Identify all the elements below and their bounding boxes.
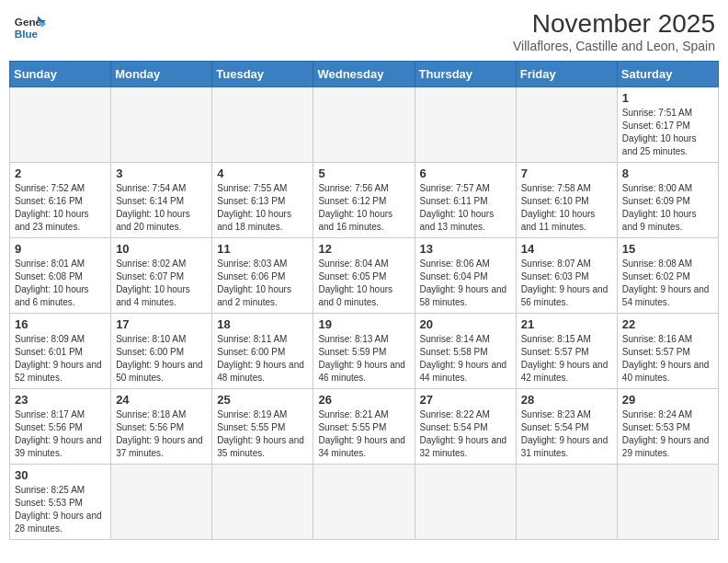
day-info: Sunrise: 7:55 AM Sunset: 6:13 PM Dayligh… <box>217 182 308 234</box>
calendar-day-cell: 1Sunrise: 7:51 AM Sunset: 6:17 PM Daylig… <box>617 87 718 163</box>
day-info: Sunrise: 8:13 AM Sunset: 5:59 PM Dayligh… <box>318 333 409 385</box>
calendar-day-cell: 12Sunrise: 8:04 AM Sunset: 6:05 PM Dayli… <box>313 238 415 314</box>
calendar-week-row: 16Sunrise: 8:09 AM Sunset: 6:01 PM Dayli… <box>10 314 719 389</box>
calendar-week-row: 1Sunrise: 7:51 AM Sunset: 6:17 PM Daylig… <box>10 87 719 163</box>
calendar-week-row: 2Sunrise: 7:52 AM Sunset: 6:16 PM Daylig… <box>10 163 719 238</box>
day-info: Sunrise: 7:56 AM Sunset: 6:12 PM Dayligh… <box>318 182 409 234</box>
weekday-header: Saturday <box>617 62 718 87</box>
calendar-day-cell: 2Sunrise: 7:52 AM Sunset: 6:16 PM Daylig… <box>10 163 111 238</box>
weekday-header: Thursday <box>415 62 516 87</box>
day-number: 22 <box>622 317 713 331</box>
day-info: Sunrise: 8:03 AM Sunset: 6:06 PM Dayligh… <box>217 258 308 309</box>
location: Villaflores, Castille and Leon, Spain <box>513 39 715 53</box>
day-number: 17 <box>116 317 207 331</box>
calendar-week-row: 23Sunrise: 8:17 AM Sunset: 5:56 PM Dayli… <box>10 389 719 465</box>
calendar-day-cell <box>111 465 212 540</box>
day-info: Sunrise: 8:19 AM Sunset: 5:55 PM Dayligh… <box>217 408 308 460</box>
day-number: 30 <box>15 468 106 482</box>
day-number: 20 <box>420 317 511 331</box>
day-info: Sunrise: 8:24 AM Sunset: 5:53 PM Dayligh… <box>622 408 713 460</box>
calendar-day-cell <box>415 465 516 540</box>
day-info: Sunrise: 8:09 AM Sunset: 6:01 PM Dayligh… <box>15 333 106 385</box>
calendar-day-cell: 11Sunrise: 8:03 AM Sunset: 6:06 PM Dayli… <box>212 238 313 314</box>
day-info: Sunrise: 8:18 AM Sunset: 5:56 PM Dayligh… <box>116 408 207 460</box>
day-number: 12 <box>318 242 409 256</box>
weekday-header: Monday <box>111 62 212 87</box>
calendar-day-cell <box>212 465 313 540</box>
calendar-day-cell: 20Sunrise: 8:14 AM Sunset: 5:58 PM Dayli… <box>415 314 516 389</box>
calendar-day-cell: 5Sunrise: 7:56 AM Sunset: 6:12 PM Daylig… <box>313 163 415 238</box>
calendar-day-cell: 22Sunrise: 8:16 AM Sunset: 5:57 PM Dayli… <box>617 314 718 389</box>
calendar-day-cell: 8Sunrise: 8:00 AM Sunset: 6:09 PM Daylig… <box>617 163 718 238</box>
day-number: 1 <box>622 91 713 105</box>
day-number: 26 <box>318 393 409 407</box>
day-info: Sunrise: 8:01 AM Sunset: 6:08 PM Dayligh… <box>15 258 106 309</box>
calendar-day-cell: 26Sunrise: 8:21 AM Sunset: 5:55 PM Dayli… <box>313 389 415 465</box>
calendar-day-cell: 6Sunrise: 7:57 AM Sunset: 6:11 PM Daylig… <box>415 163 516 238</box>
day-info: Sunrise: 8:11 AM Sunset: 6:00 PM Dayligh… <box>217 333 308 385</box>
calendar-day-cell <box>516 87 617 163</box>
day-info: Sunrise: 8:17 AM Sunset: 5:56 PM Dayligh… <box>15 408 106 460</box>
day-number: 25 <box>217 393 308 407</box>
calendar-day-cell <box>617 465 718 540</box>
calendar-day-cell <box>516 465 617 540</box>
day-number: 4 <box>217 167 308 180</box>
day-info: Sunrise: 8:23 AM Sunset: 5:54 PM Dayligh… <box>521 408 612 460</box>
day-info: Sunrise: 7:51 AM Sunset: 6:17 PM Dayligh… <box>622 107 713 158</box>
day-number: 23 <box>15 393 106 407</box>
logo: General Blue <box>13 9 46 42</box>
day-number: 28 <box>521 393 612 407</box>
day-info: Sunrise: 8:21 AM Sunset: 5:55 PM Dayligh… <box>318 408 409 460</box>
calendar-day-cell: 13Sunrise: 8:06 AM Sunset: 6:04 PM Dayli… <box>415 238 516 314</box>
calendar-day-cell: 21Sunrise: 8:15 AM Sunset: 5:57 PM Dayli… <box>516 314 617 389</box>
weekday-header: Wednesday <box>313 62 415 87</box>
day-number: 3 <box>116 167 207 180</box>
day-number: 14 <box>521 242 612 256</box>
day-info: Sunrise: 7:52 AM Sunset: 6:16 PM Dayligh… <box>15 182 106 234</box>
day-info: Sunrise: 8:02 AM Sunset: 6:07 PM Dayligh… <box>116 258 207 309</box>
calendar-day-cell: 7Sunrise: 7:58 AM Sunset: 6:10 PM Daylig… <box>516 163 617 238</box>
day-info: Sunrise: 8:07 AM Sunset: 6:03 PM Dayligh… <box>521 258 612 309</box>
calendar-day-cell: 24Sunrise: 8:18 AM Sunset: 5:56 PM Dayli… <box>111 389 212 465</box>
day-number: 11 <box>217 242 308 256</box>
calendar-day-cell: 14Sunrise: 8:07 AM Sunset: 6:03 PM Dayli… <box>516 238 617 314</box>
calendar-day-cell: 3Sunrise: 7:54 AM Sunset: 6:14 PM Daylig… <box>111 163 212 238</box>
calendar-table: SundayMondayTuesdayWednesdayThursdayFrid… <box>9 61 719 540</box>
day-info: Sunrise: 8:06 AM Sunset: 6:04 PM Dayligh… <box>420 258 511 309</box>
weekday-header: Tuesday <box>212 62 313 87</box>
month-title: November 2025 <box>513 9 715 39</box>
calendar-day-cell: 17Sunrise: 8:10 AM Sunset: 6:00 PM Dayli… <box>111 314 212 389</box>
calendar-day-cell <box>313 87 415 163</box>
day-number: 8 <box>622 167 713 180</box>
day-info: Sunrise: 7:57 AM Sunset: 6:11 PM Dayligh… <box>420 182 511 234</box>
calendar-day-cell: 23Sunrise: 8:17 AM Sunset: 5:56 PM Dayli… <box>10 389 111 465</box>
calendar-day-cell <box>313 465 415 540</box>
day-info: Sunrise: 8:22 AM Sunset: 5:54 PM Dayligh… <box>420 408 511 460</box>
weekday-header: Sunday <box>10 62 111 87</box>
day-info: Sunrise: 8:00 AM Sunset: 6:09 PM Dayligh… <box>622 182 713 234</box>
day-info: Sunrise: 7:54 AM Sunset: 6:14 PM Dayligh… <box>116 182 207 234</box>
calendar-day-cell: 16Sunrise: 8:09 AM Sunset: 6:01 PM Dayli… <box>10 314 111 389</box>
logo-icon: General Blue <box>13 9 46 42</box>
calendar-day-cell: 30Sunrise: 8:25 AM Sunset: 5:53 PM Dayli… <box>10 465 111 540</box>
calendar-day-cell: 4Sunrise: 7:55 AM Sunset: 6:13 PM Daylig… <box>212 163 313 238</box>
calendar-day-cell: 19Sunrise: 8:13 AM Sunset: 5:59 PM Dayli… <box>313 314 415 389</box>
calendar-day-cell: 10Sunrise: 8:02 AM Sunset: 6:07 PM Dayli… <box>111 238 212 314</box>
day-info: Sunrise: 7:58 AM Sunset: 6:10 PM Dayligh… <box>521 182 612 234</box>
calendar-day-cell: 25Sunrise: 8:19 AM Sunset: 5:55 PM Dayli… <box>212 389 313 465</box>
calendar-day-cell: 29Sunrise: 8:24 AM Sunset: 5:53 PM Dayli… <box>617 389 718 465</box>
day-number: 21 <box>521 317 612 331</box>
day-number: 6 <box>420 167 511 180</box>
svg-text:Blue: Blue <box>15 28 39 40</box>
day-number: 5 <box>318 167 409 180</box>
day-number: 2 <box>15 167 106 180</box>
day-info: Sunrise: 8:04 AM Sunset: 6:05 PM Dayligh… <box>318 258 409 309</box>
calendar-day-cell <box>10 87 111 163</box>
day-number: 7 <box>521 167 612 180</box>
day-number: 29 <box>622 393 713 407</box>
calendar-day-cell <box>415 87 516 163</box>
calendar-day-cell: 27Sunrise: 8:22 AM Sunset: 5:54 PM Dayli… <box>415 389 516 465</box>
day-info: Sunrise: 8:14 AM Sunset: 5:58 PM Dayligh… <box>420 333 511 385</box>
calendar-day-cell: 15Sunrise: 8:08 AM Sunset: 6:02 PM Dayli… <box>617 238 718 314</box>
day-info: Sunrise: 8:16 AM Sunset: 5:57 PM Dayligh… <box>622 333 713 385</box>
